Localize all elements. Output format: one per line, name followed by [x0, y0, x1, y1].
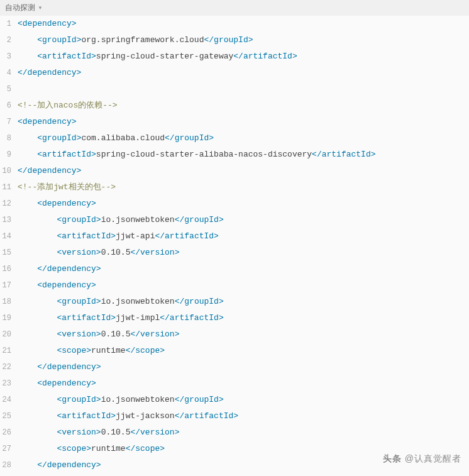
token-tag: </version>	[130, 329, 179, 339]
code-line[interactable]: 4</dependency>	[0, 65, 469, 81]
line-content: <groupId>com.alibaba.cloud</groupId>	[18, 130, 214, 147]
code-line[interactable]: 23 <dependency>	[0, 375, 469, 392]
code-line[interactable]: 19 <artifactId>jjwt-impl</artifactId>	[0, 310, 469, 326]
line-number: 9	[0, 147, 18, 163]
line-number: 25	[0, 408, 18, 424]
line-content: <dependency>	[18, 375, 96, 392]
line-content: <scope>runtime</scope>	[18, 441, 165, 457]
line-content: <version>0.10.5</version>	[18, 326, 179, 343]
token-tag: </artifactId>	[155, 231, 218, 241]
token-comment: <!--添加jwt相关的包-->	[18, 182, 116, 192]
code-editor[interactable]: 1<dependency>2 <groupId>org.springframew…	[0, 16, 469, 473]
token-tag: </scope>	[126, 444, 165, 453]
token-text: 0.10.5	[101, 428, 131, 437]
token-tag: <version>	[57, 248, 101, 257]
line-number: 22	[0, 359, 18, 375]
line-number: 10	[0, 163, 18, 179]
token-text: jjwt-impl	[116, 313, 160, 323]
token-tag: </dependency>	[37, 460, 101, 470]
line-content: <groupId>io.jsonwebtoken</groupId>	[18, 212, 224, 228]
line-number: 26	[0, 424, 18, 441]
code-line[interactable]: 15 <version>0.10.5</version>	[0, 245, 469, 261]
line-number: 6	[0, 97, 18, 114]
code-line[interactable]: 13 <groupId>io.jsonwebtoken</groupId>	[0, 212, 469, 228]
line-number: 27	[0, 441, 18, 457]
code-line[interactable]: 3 <artifactId>spring-cloud-starter-gatew…	[0, 48, 469, 65]
line-content: <version>0.10.5</version>	[18, 245, 179, 261]
code-line[interactable]: 22 </dependency>	[0, 359, 469, 375]
token-tag: <artifactId>	[37, 150, 96, 159]
code-line[interactable]: 16 </dependency>	[0, 261, 469, 277]
line-content: </dependency>	[18, 65, 81, 81]
language-selector[interactable]: 自动探测 ▼	[0, 0, 469, 16]
code-line[interactable]: 6<!--加入nacos的依赖-->	[0, 97, 469, 114]
line-number: 16	[0, 261, 18, 277]
token-comment: <!--加入nacos的依赖-->	[18, 101, 118, 110]
line-number: 24	[0, 392, 18, 408]
token-text: org.springframework.cloud	[81, 35, 204, 45]
line-content: <version>0.10.5</version>	[18, 424, 179, 441]
code-line[interactable]: 14 <artifactId>jjwt-api</artifactId>	[0, 228, 469, 245]
code-line[interactable]: 20 <version>0.10.5</version>	[0, 326, 469, 343]
line-content: <!--添加jwt相关的包-->	[18, 179, 116, 196]
line-number: 23	[0, 375, 18, 392]
token-tag: <artifactId>	[57, 313, 116, 323]
token-tag: <artifactId>	[57, 231, 116, 241]
token-tag: </groupId>	[175, 395, 224, 404]
line-number: 8	[0, 130, 18, 147]
code-line[interactable]: 2 <groupId>org.springframework.cloud</gr…	[0, 32, 469, 48]
token-tag: </artifactId>	[175, 411, 238, 421]
code-line[interactable]: 12 <dependency>	[0, 196, 469, 212]
token-tag: <dependency>	[37, 199, 96, 208]
line-number: 4	[0, 65, 18, 81]
line-number: 2	[0, 32, 18, 48]
line-content: </dependency>	[18, 457, 101, 473]
token-tag: </artifactId>	[312, 150, 375, 159]
line-number: 19	[0, 310, 18, 326]
line-content: <artifactId>spring-cloud-starter-gateway…	[18, 48, 297, 65]
line-content: <artifactId>jjwt-api</artifactId>	[18, 228, 219, 245]
line-content: <artifactId>spring-cloud-starter-alibaba…	[18, 147, 376, 163]
token-text: runtime	[91, 346, 126, 355]
line-number: 18	[0, 294, 18, 310]
line-number: 15	[0, 245, 18, 261]
token-tag: <version>	[57, 428, 101, 437]
watermark-suffix: @认真觉醒者	[402, 453, 461, 463]
token-text: jjwt-api	[116, 231, 155, 241]
line-number: 11	[0, 179, 18, 196]
token-tag: <groupId>	[57, 395, 101, 404]
line-content: <dependency>	[18, 16, 77, 32]
token-text: runtime	[91, 444, 126, 453]
token-tag: </groupId>	[204, 35, 253, 45]
code-line[interactable]: 8 <groupId>com.alibaba.cloud</groupId>	[0, 130, 469, 147]
code-line[interactable]: 9 <artifactId>spring-cloud-starter-aliba…	[0, 147, 469, 163]
code-line[interactable]: 18 <groupId>io.jsonwebtoken</groupId>	[0, 294, 469, 310]
token-tag: </version>	[130, 428, 179, 437]
line-number: 5	[0, 81, 18, 97]
code-line[interactable]: 1<dependency>	[0, 16, 469, 32]
line-content: </dependency>	[18, 359, 101, 375]
code-line[interactable]: 11<!--添加jwt相关的包-->	[0, 179, 469, 196]
language-label: 自动探测	[5, 3, 35, 13]
token-tag: <dependency>	[37, 379, 96, 388]
token-tag: <artifactId>	[37, 52, 96, 61]
token-text: io.jsonwebtoken	[101, 215, 175, 224]
token-tag: <scope>	[57, 346, 91, 355]
code-line[interactable]: 24 <groupId>io.jsonwebtoken</groupId>	[0, 392, 469, 408]
line-number: 28	[0, 457, 18, 473]
line-number: 7	[0, 114, 18, 130]
token-tag: </groupId>	[175, 297, 224, 306]
token-text: spring-cloud-starter-alibaba-nacos-disco…	[96, 150, 312, 159]
line-number: 3	[0, 48, 18, 65]
code-line[interactable]: 25 <artifactId>jjwt-jackson</artifactId>	[0, 408, 469, 424]
code-line[interactable]: 7<dependency>	[0, 114, 469, 130]
line-number: 1	[0, 16, 18, 32]
code-line[interactable]: 21 <scope>runtime</scope>	[0, 343, 469, 359]
line-content: <artifactId>jjwt-impl</artifactId>	[18, 310, 224, 326]
code-line[interactable]: 17 <dependency>	[0, 277, 469, 294]
token-tag: </dependency>	[18, 166, 81, 175]
code-line[interactable]: 5	[0, 81, 469, 97]
code-line[interactable]: 10</dependency>	[0, 163, 469, 179]
code-line[interactable]: 26 <version>0.10.5</version>	[0, 424, 469, 441]
token-tag: <groupId>	[57, 215, 101, 224]
